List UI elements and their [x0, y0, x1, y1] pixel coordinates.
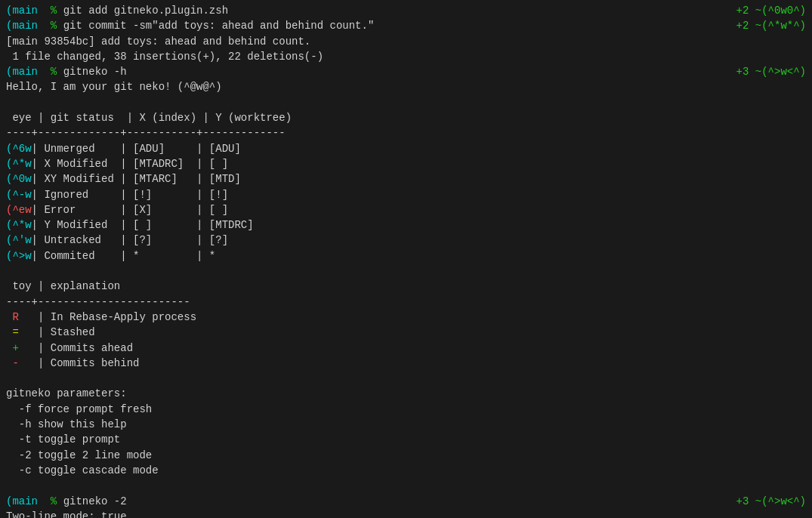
line-12: (^0w| XY Modified | [MTARC] | [MTD] — [0, 171, 812, 187]
prompt-main-4: (main — [6, 495, 38, 507]
prompt-percent-3: % — [51, 66, 57, 78]
line-29: -t toggle prompt — [0, 432, 812, 447]
line-24: - | Commits behind — [0, 356, 812, 371]
toy-eq: = — [6, 326, 19, 338]
line-17: (^>w| Commited | * | * — [0, 248, 812, 264]
right-annotation-4: +3 ~(^>w<^) — [736, 494, 806, 509]
line-27: -f force prompt fresh — [0, 402, 812, 417]
line-6: Hello, I am your git neko! (^@w@^) — [0, 79, 812, 94]
line-21: R | In Rebase-Apply process — [0, 310, 812, 325]
line-32 — [0, 478, 812, 493]
right-annotation-2: +2 ~(^*w*^) — [736, 18, 806, 33]
line-28: -h show this help — [0, 417, 812, 432]
right-annotation-1: +2 ~(^0w0^) — [736, 3, 806, 18]
toy-minus: - — [6, 357, 19, 369]
line-26: gitneko parameters: — [0, 386, 812, 401]
line-1: (main % git add gitneko.plugin.zsh +2 ~(… — [0, 3, 812, 18]
line-16: (^'w| Untracked | [?] | [?] — [0, 233, 812, 248]
line-18 — [0, 264, 812, 279]
line-2: (main % git commit -sm"add toys: ahead a… — [0, 18, 812, 33]
line-11: (^*w| X Modified | [MTADRC] | [ ] — [0, 156, 812, 171]
line-25 — [0, 371, 812, 386]
line-34: Two-line mode: true — [0, 509, 812, 518]
line-22: = | Stashed — [0, 325, 812, 340]
line-33: (main % gitneko -2 +3 ~(^>w<^) — [0, 494, 812, 509]
prompt-main-3: (main — [6, 66, 38, 78]
toy-r: R — [6, 311, 19, 323]
prompt-percent-4: % — [51, 495, 57, 507]
line-8-table-header: eye | git status | X (index) | Y (worktr… — [0, 110, 812, 125]
line-3: [main 93854bc] add toys: ahead and behin… — [0, 34, 812, 49]
line-19-toy-header: toy | explanation — [0, 279, 812, 294]
line-20-sep: ----+------------------------ — [0, 294, 812, 310]
line-5: (main % gitneko -h +3 ~(^>w<^) — [0, 64, 812, 79]
line-23: + | Commits ahead — [0, 341, 812, 356]
toy-plus: + — [6, 342, 19, 354]
line-15: (^*w| Y Modified | [ ] | [MTDRC] — [0, 217, 812, 233]
prompt-percent-1: % — [51, 5, 57, 17]
line-14: (^ew| Error | [X] | [ ] — [0, 202, 812, 217]
prompt-percent-2: % — [51, 20, 57, 32]
line-30: -2 toggle 2 line mode — [0, 448, 812, 463]
prompt-main-1: (main — [6, 5, 38, 17]
right-annotation-3: +3 ~(^>w<^) — [736, 64, 806, 79]
line-10: (^6w| Unmerged | [ADU] | [ADU] — [0, 141, 812, 156]
line-9-sep: ----+-------------+-----------+---------… — [0, 125, 812, 140]
line-31: -c toggle cascade mode — [0, 463, 812, 478]
prompt-main-2: (main — [6, 20, 38, 32]
line-13: (^-w| Ignored | [!] | [!] — [0, 187, 812, 202]
line-7 — [0, 95, 812, 110]
line-4: 1 file changed, 38 insertions(+), 22 del… — [0, 49, 812, 64]
terminal: (main % git add gitneko.plugin.zsh +2 ~(… — [0, 0, 812, 518]
